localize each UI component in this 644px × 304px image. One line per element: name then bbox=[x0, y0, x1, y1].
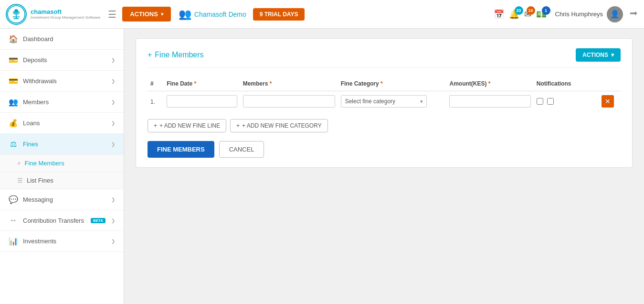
topnav: chamasoft Investment Group Management So… bbox=[0, 0, 644, 29]
fines-icon: ⚖ bbox=[9, 140, 18, 149]
signout-icon[interactable]: ⮕ bbox=[630, 9, 638, 19]
add-new-fine-line-button[interactable]: + + ADD NEW FINE LINE bbox=[148, 119, 226, 132]
col-fine-category: Fine Category * bbox=[338, 76, 447, 91]
sidebar-item-deposits[interactable]: 💳 Deposits ❯ bbox=[0, 50, 124, 71]
col-fine-date: Fine Date * bbox=[164, 76, 240, 91]
app-name: chamasoft bbox=[31, 9, 100, 15]
logo-area[interactable]: chamasoft Investment Group Management So… bbox=[6, 4, 100, 25]
topnav-actions-button[interactable]: ACTIONS ▾ bbox=[122, 7, 171, 22]
logo-icon bbox=[6, 4, 27, 25]
fine-category-select-wrap[interactable]: Select fine category bbox=[341, 95, 427, 108]
sidebar-label-contribution-transfers: Contribution Transfers bbox=[23, 217, 84, 224]
fine-category-select[interactable]: Select fine category bbox=[341, 95, 427, 108]
group-icon: 👥 bbox=[179, 8, 191, 21]
logo-svg bbox=[7, 5, 26, 24]
cancel-button[interactable]: CANCEL bbox=[219, 141, 264, 158]
add-category-icon: + bbox=[236, 122, 240, 129]
calendar-icon-btn[interactable]: 📅 bbox=[494, 9, 504, 20]
withdrawals-icon: 💳 bbox=[9, 76, 18, 86]
sidebar-item-messaging[interactable]: 💬 Messaging ❯ bbox=[0, 189, 124, 210]
user-name: Chris Humphreys bbox=[555, 11, 603, 18]
deposits-icon: 💳 bbox=[9, 55, 18, 65]
calendar-icon: 📅 bbox=[494, 10, 504, 19]
fines-arrow-icon: ❯ bbox=[111, 141, 115, 147]
sidebar-item-members[interactable]: 👥 Members ❯ bbox=[0, 92, 124, 113]
user-menu[interactable]: Chris Humphreys 👤 bbox=[555, 6, 623, 22]
messages-badge: 10 bbox=[527, 6, 535, 15]
wallet-icon-btn[interactable]: 💵 1 bbox=[536, 9, 547, 20]
delete-row-button[interactable]: ✕ bbox=[602, 95, 614, 108]
sidebar-label-withdrawals: Withdrawals bbox=[23, 77, 57, 85]
sidebar-sub-list-fines[interactable]: ☰ List Fines bbox=[0, 172, 124, 189]
user-avatar: 👤 bbox=[607, 6, 623, 22]
sidebar-label-deposits: Deposits bbox=[23, 56, 47, 64]
messages-icon-btn[interactable]: ✉ 10 bbox=[524, 9, 531, 20]
add-line-icon: + bbox=[154, 122, 157, 129]
notifications-badge: 20 bbox=[515, 6, 523, 15]
col-notifications: Notifications bbox=[534, 76, 599, 91]
transfers-icon: ↔ bbox=[9, 216, 18, 225]
loans-arrow-icon: ❯ bbox=[111, 120, 115, 126]
sidebar-label-messaging: Messaging bbox=[23, 196, 53, 203]
col-amount: Amount(KES) * bbox=[446, 76, 533, 91]
add-new-fine-category-button[interactable]: + + ADD NEW FINE CATEGORY bbox=[230, 119, 328, 132]
sidebar-label-fines: Fines bbox=[23, 141, 38, 148]
wallet-badge: 1 bbox=[542, 6, 550, 15]
group-name: Chamasoft Demo bbox=[194, 11, 246, 18]
hamburger-menu[interactable]: ☰ bbox=[108, 9, 116, 20]
sidebar-item-fines[interactable]: ⚖ Fines ❯ bbox=[0, 134, 124, 155]
members-input[interactable] bbox=[243, 95, 335, 108]
table-row: 1. Select fine category bbox=[148, 91, 621, 112]
sidebar-item-dashboard[interactable]: 🏠 Dashboard bbox=[0, 29, 124, 50]
sidebar-item-contribution-transfers[interactable]: ↔ Contribution Transfers BETA ❯ bbox=[0, 210, 124, 231]
actions-arrow-icon: ▾ bbox=[161, 11, 163, 17]
col-num: # bbox=[148, 76, 164, 91]
investments-arrow-icon: ❯ bbox=[111, 239, 115, 244]
list-fines-icon: ☰ bbox=[17, 177, 23, 184]
row-number: 1. bbox=[150, 98, 155, 105]
delete-icon: ✕ bbox=[605, 98, 611, 105]
trial-badge: 9 TRIAL DAYS bbox=[253, 8, 305, 21]
page-header: + Fine Members ACTIONS ▾ bbox=[148, 48, 621, 68]
submit-buttons-row: FINE MEMBERS CANCEL bbox=[148, 141, 621, 158]
messaging-arrow-icon: ❯ bbox=[111, 197, 115, 202]
app-tagline: Investment Group Management Software bbox=[31, 15, 100, 20]
layout: 🏠 Dashboard 💳 Deposits ❯ 💳 Withdrawals ❯… bbox=[0, 29, 644, 304]
col-members: Members * bbox=[240, 76, 338, 91]
title-text: Fine Members bbox=[155, 51, 203, 59]
transfers-arrow-icon: ❯ bbox=[111, 218, 115, 223]
withdrawals-arrow-icon: ❯ bbox=[111, 78, 115, 84]
fine-form-table: # Fine Date * Members * Fine Category bbox=[148, 76, 621, 111]
sidebar-sub-fine-members[interactable]: + Fine Members bbox=[0, 155, 124, 172]
sidebar-sub-label-fine-members: Fine Members bbox=[25, 160, 64, 167]
notification-checkbox-2[interactable] bbox=[547, 98, 554, 105]
group-selector[interactable]: 👥 Chamasoft Demo bbox=[179, 8, 246, 21]
topnav-icons: 📅 🔔 20 ✉ 10 💵 1 Chris Humphreys 👤 ⮕ bbox=[494, 6, 638, 22]
sidebar-sub-label-list-fines: List Fines bbox=[27, 177, 53, 184]
fine-members-button[interactable]: FINE MEMBERS bbox=[148, 141, 214, 158]
sidebar-item-loans[interactable]: 💰 Loans ❯ bbox=[0, 113, 124, 134]
members-icon: 👥 bbox=[9, 98, 18, 107]
sidebar-label-dashboard: Dashboard bbox=[23, 35, 53, 43]
sidebar-label-loans: Loans bbox=[23, 119, 40, 127]
notifications-checkboxes bbox=[537, 98, 596, 105]
notification-checkbox-1[interactable] bbox=[537, 98, 543, 105]
fines-submenu: + Fine Members ☰ List Fines bbox=[0, 155, 124, 189]
page-actions-arrow-icon: ▾ bbox=[611, 52, 614, 58]
deposits-arrow-icon: ❯ bbox=[111, 57, 115, 63]
svg-point-2 bbox=[14, 9, 18, 12]
investments-icon: 📊 bbox=[9, 237, 18, 246]
beta-badge: BETA bbox=[91, 218, 106, 223]
add-buttons-row: + + ADD NEW FINE LINE + + ADD NEW FINE C… bbox=[148, 119, 621, 132]
page-title: + Fine Members bbox=[148, 51, 204, 59]
sidebar-item-withdrawals[interactable]: 💳 Withdrawals ❯ bbox=[0, 71, 124, 92]
amount-input[interactable] bbox=[449, 95, 530, 108]
sidebar-label-members: Members bbox=[23, 98, 49, 106]
page-actions-button[interactable]: ACTIONS ▾ bbox=[576, 48, 621, 62]
fine-date-input[interactable] bbox=[167, 95, 237, 108]
page-card: + Fine Members ACTIONS ▾ # Fine Da bbox=[136, 38, 633, 168]
members-arrow-icon: ❯ bbox=[111, 99, 115, 105]
loans-icon: 💰 bbox=[9, 119, 18, 128]
sidebar-item-investments[interactable]: 📊 Investments ❯ bbox=[0, 231, 124, 252]
notifications-icon-btn[interactable]: 🔔 20 bbox=[509, 9, 519, 20]
